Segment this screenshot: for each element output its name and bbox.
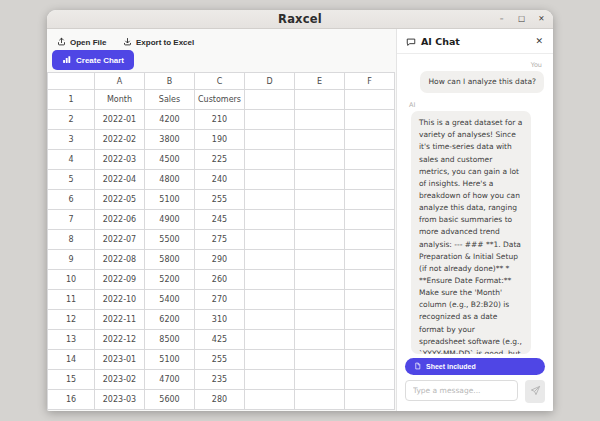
cell[interactable]: 2022-01 [95, 110, 145, 130]
cell[interactable] [345, 190, 395, 210]
row-number[interactable]: 12 [48, 310, 95, 330]
cell[interactable]: 235 [195, 370, 245, 390]
cell[interactable] [245, 90, 295, 110]
row-number[interactable]: 3 [48, 130, 95, 150]
cell[interactable] [295, 90, 345, 110]
cell[interactable] [295, 390, 345, 410]
cell[interactable] [295, 250, 345, 270]
cell[interactable]: 2022-12 [95, 330, 145, 350]
cell[interactable]: 5600 [145, 390, 195, 410]
cell[interactable]: 2022-02 [95, 130, 145, 150]
cell[interactable] [295, 150, 345, 170]
cell[interactable] [295, 130, 345, 150]
row-number[interactable]: 7 [48, 210, 95, 230]
cell[interactable]: 270 [195, 290, 245, 310]
row-number[interactable]: 11 [48, 290, 95, 310]
cell[interactable] [245, 150, 295, 170]
row-number[interactable]: 9 [48, 250, 95, 270]
cell[interactable]: 8500 [145, 330, 195, 350]
cell[interactable]: 2022-07 [95, 230, 145, 250]
cell[interactable]: 2023-02 [95, 370, 145, 390]
cell[interactable] [245, 370, 295, 390]
cell[interactable]: 240 [195, 170, 245, 190]
cell[interactable]: 310 [195, 310, 245, 330]
cell[interactable] [345, 310, 395, 330]
row-number[interactable]: 15 [48, 370, 95, 390]
cell[interactable]: 425 [195, 330, 245, 350]
cell[interactable] [295, 110, 345, 130]
cell[interactable] [295, 230, 345, 250]
minimize-icon[interactable]: – [497, 15, 506, 23]
cell[interactable] [295, 290, 345, 310]
chat-messages[interactable]: You How can I analyze this data? AI This… [397, 54, 553, 354]
cell[interactable]: 6200 [145, 310, 195, 330]
column-header[interactable]: D [245, 73, 295, 90]
cell[interactable]: 5200 [145, 270, 195, 290]
column-header[interactable]: C [195, 73, 245, 90]
cell[interactable] [295, 190, 345, 210]
cell[interactable]: 2022-03 [95, 150, 145, 170]
cell[interactable]: 2022-09 [95, 270, 145, 290]
cell[interactable] [245, 110, 295, 130]
cell[interactable] [345, 330, 395, 350]
cell[interactable] [245, 190, 295, 210]
row-number[interactable]: 1 [48, 90, 95, 110]
cell[interactable] [245, 250, 295, 270]
cell[interactable]: 245 [195, 210, 245, 230]
cell[interactable]: 2023-01 [95, 350, 145, 370]
cell[interactable]: 260 [195, 270, 245, 290]
cell[interactable]: 275 [195, 230, 245, 250]
cell[interactable] [295, 370, 345, 390]
cell[interactable] [345, 370, 395, 390]
row-number[interactable]: 16 [48, 390, 95, 410]
cell[interactable]: 4500 [145, 150, 195, 170]
cell[interactable] [345, 230, 395, 250]
cell[interactable]: 4200 [145, 110, 195, 130]
open-file-button[interactable]: Open File [57, 37, 106, 48]
chat-close-button[interactable]: ✕ [534, 36, 544, 46]
export-to-excel-button[interactable]: Export to Excel [123, 37, 194, 48]
cell[interactable]: 5800 [145, 250, 195, 270]
cell[interactable] [245, 390, 295, 410]
cell[interactable] [295, 170, 345, 190]
cell[interactable] [345, 110, 395, 130]
cell[interactable]: 2022-10 [95, 290, 145, 310]
cell[interactable] [245, 350, 295, 370]
cell[interactable] [245, 290, 295, 310]
cell[interactable]: 2023-03 [95, 390, 145, 410]
cell[interactable]: 190 [195, 130, 245, 150]
row-number[interactable]: 10 [48, 270, 95, 290]
row-number[interactable]: 2 [48, 110, 95, 130]
cell[interactable]: 5100 [145, 190, 195, 210]
cell[interactable] [295, 330, 345, 350]
cell[interactable]: 280 [195, 390, 245, 410]
send-button[interactable] [525, 380, 545, 403]
cell[interactable] [345, 210, 395, 230]
chat-message-input[interactable] [405, 380, 518, 401]
close-icon[interactable]: ✕ [537, 15, 546, 23]
column-header[interactable]: E [295, 73, 345, 90]
cell[interactable] [245, 210, 295, 230]
cell[interactable]: 2022-06 [95, 210, 145, 230]
maximize-icon[interactable]: □ [517, 15, 526, 23]
row-number[interactable]: 14 [48, 350, 95, 370]
cell[interactable] [345, 170, 395, 190]
row-number[interactable]: 8 [48, 230, 95, 250]
cell[interactable]: 210 [195, 110, 245, 130]
column-header[interactable]: A [95, 73, 145, 90]
cell[interactable] [345, 130, 395, 150]
row-number[interactable]: 4 [48, 150, 95, 170]
cell[interactable]: Customers [195, 90, 245, 110]
cell[interactable] [245, 130, 295, 150]
cell[interactable]: 4900 [145, 210, 195, 230]
cell[interactable]: 5100 [145, 350, 195, 370]
cell[interactable]: 290 [195, 250, 245, 270]
cell[interactable] [345, 350, 395, 370]
cell[interactable] [295, 350, 345, 370]
cell[interactable] [295, 270, 345, 290]
cell[interactable] [245, 310, 295, 330]
cell[interactable] [245, 170, 295, 190]
create-chart-button[interactable]: Create Chart [52, 50, 134, 70]
cell[interactable]: 4700 [145, 370, 195, 390]
cell[interactable] [345, 290, 395, 310]
